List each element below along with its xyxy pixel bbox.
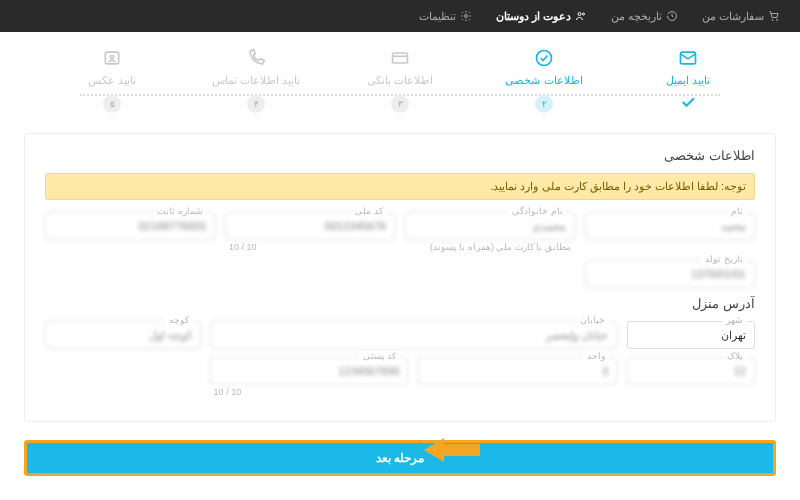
nav-settings-label: تنظیمات (419, 10, 456, 23)
notice-banner: توجه: لطفا اطلاعات خود را مطابق کارت ملی… (45, 173, 755, 200)
tutorial-arrow-icon (420, 438, 480, 462)
phone-icon (246, 48, 266, 68)
step-num-2: ۲ (535, 95, 553, 113)
svg-point-2 (578, 13, 581, 16)
step-email[interactable]: تایید ایمیل (616, 48, 760, 113)
step-num-3: ۳ (391, 95, 409, 113)
helper-lname: مطابق با کارت ملی (همراه با پسوند) (405, 242, 575, 252)
address-title: آدرس منزل (45, 296, 755, 311)
input-phone[interactable] (45, 212, 215, 240)
step-photo[interactable]: تایید عکس ۵ (40, 48, 184, 113)
label-street: خیابان (576, 315, 609, 325)
input-unit[interactable] (418, 357, 617, 385)
nav-history-label: تاریخچه من (611, 10, 662, 23)
field-phone: شماره ثابت (45, 212, 215, 252)
id-icon (102, 48, 122, 68)
input-dob[interactable] (585, 260, 755, 288)
step-num-5: ۵ (103, 95, 121, 113)
step-personal[interactable]: اطلاعات شخصی ۲ (472, 48, 616, 113)
nav-invite-label: دعوت از دوستان (496, 10, 571, 23)
input-nid[interactable] (225, 212, 395, 240)
step-contact[interactable]: تایید اطلاعات تماس ۴ (184, 48, 328, 113)
field-alley: کوچه (45, 321, 201, 349)
label-dob: تاریخ تولد (701, 254, 747, 264)
svg-point-4 (464, 15, 467, 18)
svg-rect-7 (393, 53, 408, 63)
nav-invite[interactable]: دعوت از دوستان (496, 10, 587, 23)
counter-nid: 10 / 10 (225, 242, 395, 252)
people-icon (575, 10, 587, 22)
svg-point-1 (777, 20, 778, 21)
label-city: شهر (722, 315, 747, 325)
label-alley: کوچه (165, 315, 193, 325)
label-nid: کد ملی (351, 206, 387, 216)
step-email-label: تایید ایمیل (666, 74, 710, 87)
section-title: اطلاعات شخصی (45, 148, 755, 163)
field-lname: نام خانوادگی مطابق با کارت ملی (همراه با… (405, 212, 575, 252)
svg-point-3 (582, 13, 584, 15)
label-postal: کد پستی (359, 351, 401, 361)
label-lname: نام خانوادگی (508, 206, 567, 216)
topbar: سفارشات من تاریخچه من دعوت از دوستان تنظ… (0, 0, 800, 32)
svg-point-9 (110, 56, 113, 59)
step-num-4: ۴ (247, 95, 265, 113)
field-postal: کد پستی 10 / 10 (210, 357, 409, 397)
step-bank[interactable]: اطلاعات بانکی ۳ (328, 48, 472, 113)
field-plate: پلاک (627, 357, 755, 397)
input-plate[interactable] (627, 357, 755, 385)
input-city[interactable] (627, 321, 755, 349)
stepper: تایید ایمیل اطلاعات شخصی ۲ اطلاعات بانکی… (0, 32, 800, 125)
field-dob: تاریخ تولد (585, 260, 755, 288)
history-icon (666, 10, 678, 22)
nav-settings[interactable]: تنظیمات (419, 10, 472, 23)
nav-history[interactable]: تاریخچه من (611, 10, 678, 23)
input-fname[interactable] (585, 212, 755, 240)
field-nid: کد ملی 10 / 10 (225, 212, 395, 252)
label-fname: نام (727, 206, 747, 216)
field-city: شهر (627, 321, 755, 349)
card-icon (390, 48, 410, 68)
input-alley[interactable] (45, 321, 201, 349)
next-button[interactable]: مرحله بعد (24, 440, 776, 476)
nav-orders[interactable]: سفارشات من (702, 10, 780, 23)
label-plate: پلاک (723, 351, 747, 361)
label-unit: واحد (583, 351, 609, 361)
mail-icon (678, 48, 698, 68)
step-bank-label: اطلاعات بانکی (367, 74, 433, 87)
check-circle-icon (534, 48, 554, 68)
nav-orders-label: سفارشات من (702, 10, 764, 23)
step-personal-label: اطلاعات شخصی (505, 74, 582, 87)
step-photo-label: تایید عکس (88, 74, 136, 87)
svg-point-6 (537, 51, 552, 66)
input-lname[interactable] (405, 212, 575, 240)
field-fname: نام (585, 212, 755, 252)
counter-postal: 10 / 10 (210, 387, 409, 397)
field-unit: واحد (418, 357, 617, 397)
gear-icon (460, 10, 472, 22)
label-phone: شماره ثابت (153, 206, 207, 216)
input-postal[interactable] (210, 357, 409, 385)
field-street: خیابان (211, 321, 617, 349)
cart-icon (768, 10, 780, 22)
input-street[interactable] (211, 321, 617, 349)
step-contact-label: تایید اطلاعات تماس (212, 74, 300, 87)
svg-point-0 (772, 20, 773, 21)
form-card: اطلاعات شخصی توجه: لطفا اطلاعات خود را م… (24, 133, 776, 422)
